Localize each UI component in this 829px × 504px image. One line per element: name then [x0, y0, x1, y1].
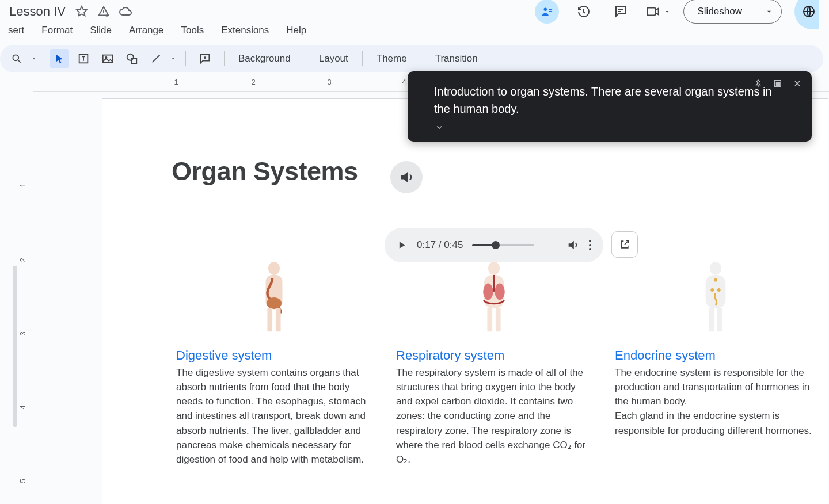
scroll-thumb[interactable]	[13, 266, 17, 427]
chevron-down-icon[interactable]	[664, 8, 671, 15]
chevron-down-icon	[434, 122, 444, 132]
audio-volume-button[interactable]	[566, 239, 579, 251]
caption-expand[interactable]	[434, 122, 781, 132]
audio-time: 0:17 / 0:45	[417, 239, 463, 251]
svg-point-19	[483, 283, 493, 300]
menu-slide[interactable]: Slide	[88, 24, 114, 37]
caption-controls	[752, 77, 804, 90]
svg-point-11	[589, 248, 591, 250]
menu-arrange[interactable]: Arrange	[127, 24, 166, 37]
volume-icon	[398, 169, 414, 185]
pin-icon[interactable]	[752, 77, 765, 90]
svg-point-3	[13, 55, 18, 60]
svg-rect-29	[717, 308, 722, 331]
comment-tool[interactable]	[195, 49, 215, 68]
chevron-down-icon[interactable]	[31, 56, 37, 62]
star-icon[interactable]	[75, 5, 89, 18]
svg-point-12	[268, 262, 280, 275]
svg-point-23	[710, 262, 721, 275]
share-globe-button[interactable]	[794, 0, 819, 29]
history-icon[interactable]	[572, 0, 596, 24]
play-icon	[396, 239, 408, 251]
ruler-mark: 3	[327, 78, 331, 86]
open-external-icon	[619, 239, 630, 250]
title-bar: Lesson IV Slideshow	[0, 0, 829, 22]
present-to-others-button[interactable]	[535, 0, 559, 24]
record-video-button[interactable]	[645, 4, 671, 19]
endocrine-image	[615, 260, 816, 335]
image-tool[interactable]	[98, 49, 117, 68]
menu-help[interactable]: Help	[284, 24, 309, 37]
col1-heading: Digestive system	[176, 348, 372, 363]
more-vert-icon	[588, 239, 592, 251]
chevron-down-icon	[765, 7, 773, 16]
slide-title[interactable]: Organ Systems	[172, 156, 358, 186]
title-icons	[75, 5, 132, 18]
separator	[224, 51, 225, 66]
captions-panel[interactable]: Introduction to organ systems. There are…	[408, 71, 812, 142]
svg-point-10	[589, 244, 591, 246]
move-icon[interactable]	[97, 5, 111, 18]
digestive-image	[176, 260, 372, 335]
caption-text: Introduction to organ systems. There are…	[434, 83, 781, 117]
svg-rect-28	[709, 308, 714, 331]
svg-rect-16	[276, 308, 281, 331]
audio-player: 0:17 / 0:45	[385, 228, 603, 262]
line-tool[interactable]	[146, 49, 166, 68]
toolbar: Background Layout Theme Transition	[0, 45, 823, 72]
title-bar-right: Slideshow	[535, 0, 824, 29]
audio-seek[interactable]	[472, 244, 534, 246]
menu-insert[interactable]: sert	[6, 24, 26, 37]
audio-chip[interactable]	[390, 161, 423, 193]
cloud-saved-icon[interactable]	[119, 5, 132, 18]
close-icon[interactable]	[791, 77, 804, 90]
vertical-ruler: 1 2 3 4 5	[0, 76, 33, 504]
expand-window-icon[interactable]	[771, 77, 784, 90]
slideshow-dropdown[interactable]	[756, 0, 781, 23]
ruler-mark: 1	[174, 78, 178, 86]
audio-popout-button[interactable]	[611, 231, 638, 258]
document-title[interactable]: Lesson IV	[6, 2, 69, 21]
theme-button[interactable]: Theme	[372, 51, 412, 67]
select-tool[interactable]	[50, 49, 69, 68]
ruler-mark: 2	[18, 258, 27, 262]
audio-more-button[interactable]	[588, 239, 592, 251]
zoom-tool[interactable]	[7, 49, 26, 68]
textbox-tool[interactable]	[74, 49, 93, 68]
svg-point-20	[495, 283, 504, 300]
slideshow-label[interactable]: Slideshow	[684, 0, 756, 23]
background-button[interactable]: Background	[234, 51, 295, 67]
svg-rect-31	[776, 83, 780, 86]
col3-heading: Endocrine system	[615, 348, 816, 363]
slideshow-button[interactable]: Slideshow	[683, 0, 782, 24]
svg-rect-21	[487, 308, 492, 331]
svg-point-9	[589, 240, 591, 242]
menu-format[interactable]: Format	[39, 24, 75, 37]
slide[interactable]: Organ Systems 0:17 / 0:45	[102, 99, 828, 504]
chevron-down-icon[interactable]	[170, 56, 176, 62]
column-digestive[interactable]: Digestive system The digestive system co…	[176, 260, 372, 467]
transition-button[interactable]: Transition	[431, 51, 482, 67]
comments-icon[interactable]	[609, 0, 633, 24]
svg-point-14	[267, 297, 282, 309]
layout-button[interactable]: Layout	[314, 51, 353, 67]
svg-point-0	[543, 8, 547, 11]
column-endocrine[interactable]: Endocrine system The endocrine system is…	[615, 260, 816, 438]
col2-body: The respiratory system is made of all of…	[396, 365, 592, 467]
col2-heading: Respiratory system	[396, 348, 592, 363]
shape-tool[interactable]	[122, 49, 142, 68]
ruler-mark: 2	[251, 78, 255, 86]
svg-point-17	[488, 262, 500, 275]
ruler-mark: 4	[18, 405, 27, 409]
menu-extensions[interactable]: Extensions	[219, 24, 271, 37]
column-respiratory[interactable]: Respiratory system The respiratory syste…	[396, 260, 592, 467]
volume-icon	[566, 239, 579, 251]
svg-rect-8	[131, 58, 136, 63]
svg-rect-15	[267, 308, 272, 331]
separator	[421, 51, 421, 66]
svg-rect-1	[647, 8, 655, 16]
ruler-mark: 3	[18, 331, 27, 335]
play-button[interactable]	[396, 239, 408, 251]
menu-tools[interactable]: Tools	[178, 24, 206, 37]
ruler-mark: 5	[18, 479, 27, 483]
